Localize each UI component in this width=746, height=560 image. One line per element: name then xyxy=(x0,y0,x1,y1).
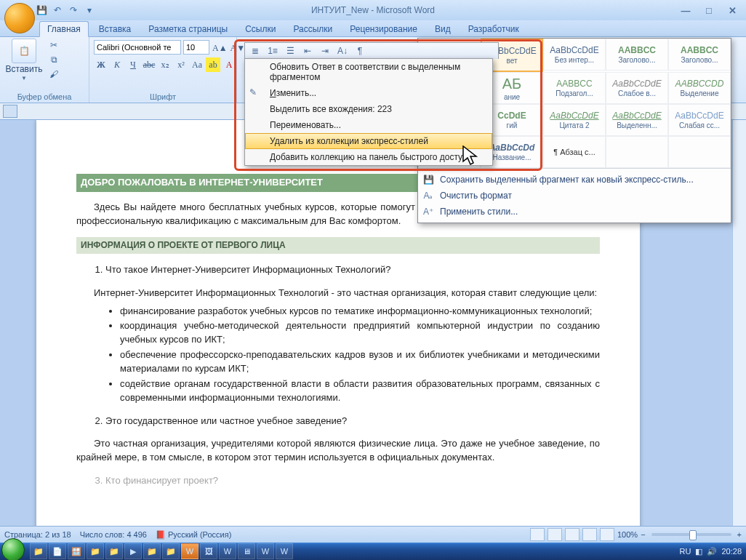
tab-review[interactable]: Рецензирование xyxy=(342,22,425,36)
context-select-all[interactable]: Выделить все вхождения: 223 xyxy=(245,101,492,117)
style-sample[interactable]: AaBbCcDdEСлабое в... xyxy=(606,72,668,104)
bold-button[interactable]: Ж xyxy=(94,57,108,72)
task-item[interactable]: W xyxy=(276,543,293,559)
format-painter-icon[interactable]: 🖌 xyxy=(47,68,61,81)
style-sample[interactable] xyxy=(668,136,731,168)
tab-layout[interactable]: Разметка страницы xyxy=(141,22,235,36)
multilevel-icon[interactable]: ☰ xyxy=(283,44,297,57)
change-case-button[interactable]: Aa xyxy=(190,57,204,72)
tray-volume-icon[interactable]: 🔊 xyxy=(707,547,717,556)
task-item[interactable]: W xyxy=(181,543,198,559)
heading-info: ИНФОРМАЦИЯ О ПРОЕКТЕ ОТ ПЕРВОГО ЛИЦА xyxy=(76,237,600,254)
context-add-to-qat[interactable]: Добавить коллекцию на панель быстрого до… xyxy=(245,149,492,165)
view-draft[interactable] xyxy=(600,528,614,541)
style-sample[interactable]: AABBCCЗаголово... xyxy=(668,39,731,71)
task-item[interactable]: ▶ xyxy=(124,543,142,559)
style-sample[interactable]: AaBbCcDdEЦитата 2 xyxy=(543,104,606,136)
tab-insert[interactable]: Вставка xyxy=(92,22,139,36)
bullets-icon[interactable]: ≣ xyxy=(248,44,262,57)
clear-format-menu[interactable]: AₐОчистить формат xyxy=(418,188,731,204)
style-sample[interactable]: ¶ Абзац с... xyxy=(543,136,606,168)
subscript-button[interactable]: x₂ xyxy=(158,57,172,72)
tray-clock[interactable]: 20:28 xyxy=(721,547,742,556)
style-sample[interactable] xyxy=(606,136,668,168)
zoom-in-button[interactable]: + xyxy=(737,530,742,539)
zoom-out-button[interactable]: − xyxy=(641,530,645,539)
style-sample[interactable]: AaBbCcDdEБез интер... xyxy=(543,39,606,71)
task-item[interactable]: 📁 xyxy=(143,543,161,559)
pilcrow-icon[interactable]: ¶ xyxy=(353,44,367,57)
task-item[interactable]: 📁 xyxy=(87,543,104,559)
minimize-button[interactable]: — xyxy=(678,4,694,17)
list-item: обеспечение профессорско-преподавательск… xyxy=(120,348,600,376)
status-word-count[interactable]: Число слов: 4 496 xyxy=(80,530,147,539)
grow-font-icon[interactable]: A▲ xyxy=(212,41,228,55)
save-icon[interactable]: 💾 xyxy=(35,4,48,17)
superscript-button[interactable]: x² xyxy=(174,57,188,72)
highlight-button[interactable]: ab xyxy=(206,57,220,72)
ruler-toggle-icon[interactable] xyxy=(3,105,17,118)
tab-developer[interactable]: Разработчик xyxy=(461,22,526,36)
indent-inc-icon[interactable]: ⇥ xyxy=(318,44,332,57)
task-item[interactable]: 🪟 xyxy=(68,543,85,559)
vertical-scrollbar[interactable] xyxy=(732,120,746,543)
ribbon-tabs: Главная Вставка Разметка страницы Ссылки… xyxy=(0,20,746,37)
zoom-level[interactable]: 100% xyxy=(617,530,638,539)
group-clipboard-label: Буфер обмена xyxy=(4,91,84,101)
close-button[interactable]: ✕ xyxy=(724,4,740,17)
tray-lang[interactable]: RU xyxy=(680,547,691,556)
undo-icon[interactable]: ↶ xyxy=(51,4,64,17)
context-remove-from-gallery[interactable]: Удалить из коллекции экспресс-стилей xyxy=(245,133,492,149)
underline-button[interactable]: Ч xyxy=(126,57,140,72)
indent-dec-icon[interactable]: ⇤ xyxy=(300,44,315,57)
qat-more-icon[interactable]: ▾ xyxy=(83,4,96,17)
italic-button[interactable]: К xyxy=(110,57,124,72)
office-button[interactable] xyxy=(4,3,35,33)
task-item[interactable]: 📁 xyxy=(105,543,123,559)
task-item[interactable]: 🖼 xyxy=(200,543,217,559)
clipboard-icon: 📋 xyxy=(12,39,36,63)
strike-button[interactable]: abc xyxy=(142,57,156,72)
redo-icon[interactable]: ↷ xyxy=(67,4,80,17)
tab-mailings[interactable]: Рассылки xyxy=(286,22,340,36)
paste-button[interactable]: 📋 Вставить ▼ xyxy=(4,39,44,81)
task-item[interactable]: 🖥 xyxy=(238,543,255,559)
view-outline[interactable] xyxy=(582,528,597,541)
font-size-input[interactable] xyxy=(183,40,209,55)
tab-view[interactable]: Вид xyxy=(428,22,458,36)
status-language[interactable]: 📕 Русский (Россия) xyxy=(156,530,231,540)
task-item[interactable]: 📄 xyxy=(49,543,66,559)
font-name-input[interactable] xyxy=(94,40,181,55)
task-item[interactable]: 📁 xyxy=(30,543,47,559)
view-print-layout[interactable] xyxy=(530,528,545,541)
tab-home[interactable]: Главная xyxy=(39,21,89,37)
sort-icon[interactable]: A↓ xyxy=(335,44,350,57)
window-title: ИНТУИТ_New - Microsoft Word xyxy=(0,5,746,15)
style-sample[interactable]: AABBCCПодзагол... xyxy=(543,72,606,104)
save-style-menu[interactable]: 💾Сохранить выделенный фрагмент как новый… xyxy=(418,172,731,188)
tab-references[interactable]: Ссылки xyxy=(238,22,283,36)
view-web[interactable] xyxy=(565,528,579,541)
copy-icon[interactable]: ⧉ xyxy=(47,53,61,66)
context-update-style[interactable]: Обновить Ответ в соответствии с выделенн… xyxy=(245,59,492,85)
numbering-icon[interactable]: 1≡ xyxy=(265,44,280,57)
start-button[interactable] xyxy=(1,538,25,560)
context-rename[interactable]: Переименовать... xyxy=(245,117,492,133)
apply-styles-menu[interactable]: A⁺Применить стили... xyxy=(418,204,731,220)
view-full-screen[interactable] xyxy=(548,528,562,541)
style-sample[interactable]: AaBbCcDdEСлабая сс... xyxy=(668,104,731,136)
zoom-slider[interactable] xyxy=(651,533,731,536)
style-sample[interactable]: AaBbCcDdEВыделенн... xyxy=(606,104,668,136)
font-color-button[interactable]: A xyxy=(222,57,236,72)
tray-icon[interactable]: ◧ xyxy=(695,547,702,556)
maximize-button[interactable]: □ xyxy=(701,4,717,17)
style-sample[interactable]: AABBCCDDВыделение xyxy=(668,72,731,104)
style-sample[interactable]: AABBCCЗаголово... xyxy=(606,39,668,71)
cut-icon[interactable]: ✂ xyxy=(47,39,61,52)
task-item[interactable]: W xyxy=(219,543,236,559)
task-item[interactable]: 📁 xyxy=(162,543,180,559)
task-item[interactable]: W xyxy=(257,543,274,559)
context-modify[interactable]: ✎ИИзменить...зменить... xyxy=(245,85,492,101)
windows-taskbar: 📁 📄 🪟 📁 📁 ▶ 📁 📁 W 🖼 W 🖥 W W RU ◧ 🔊 20:28 xyxy=(0,543,746,560)
shrink-font-icon[interactable]: A▼ xyxy=(230,41,246,55)
